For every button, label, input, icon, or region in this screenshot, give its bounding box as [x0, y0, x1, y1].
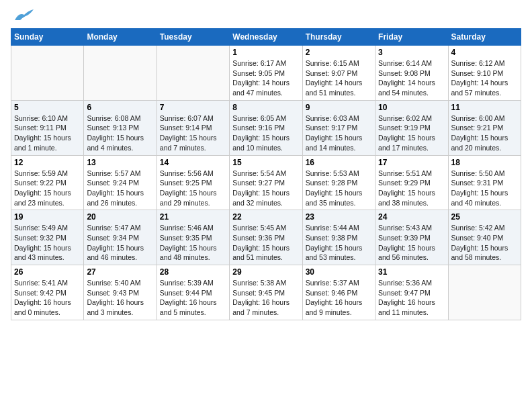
day-number: 31 [378, 267, 445, 277]
day-number: 4 [451, 48, 518, 57]
day-info: Sunrise: 5:45 AM Sunset: 9:36 PM Dayligh… [232, 223, 299, 263]
day-info: Sunrise: 6:07 AM Sunset: 9:14 PM Dayligh… [160, 113, 226, 153]
day-info: Sunrise: 6:02 AM Sunset: 9:19 PM Dayligh… [378, 113, 445, 153]
day-info: Sunrise: 5:43 AM Sunset: 9:39 PM Dayligh… [378, 223, 445, 263]
calendar-cell: 1Sunrise: 6:17 AM Sunset: 9:05 PM Daylig… [230, 46, 302, 101]
day-info: Sunrise: 5:54 AM Sunset: 9:27 PM Dayligh… [232, 169, 299, 208]
calendar-cell [448, 265, 521, 320]
day-number: 15 [232, 158, 299, 167]
day-info: Sunrise: 6:05 AM Sunset: 9:16 PM Dayligh… [232, 113, 299, 153]
calendar-week-row: 26Sunrise: 5:41 AM Sunset: 9:42 PM Dayli… [11, 265, 521, 320]
day-info: Sunrise: 5:44 AM Sunset: 9:38 PM Dayligh… [306, 223, 372, 263]
calendar-cell: 30Sunrise: 5:37 AM Sunset: 9:46 PM Dayli… [302, 265, 375, 320]
calendar-cell: 23Sunrise: 5:44 AM Sunset: 9:38 PM Dayli… [302, 210, 375, 265]
day-info: Sunrise: 5:41 AM Sunset: 9:42 PM Dayligh… [14, 278, 81, 318]
logo-bird-icon [13, 8, 35, 23]
calendar-cell: 13Sunrise: 5:57 AM Sunset: 9:24 PM Dayli… [84, 155, 157, 210]
day-number: 7 [160, 103, 226, 112]
weekday-header-tuesday: Tuesday [157, 29, 229, 46]
day-info: Sunrise: 5:37 AM Sunset: 9:46 PM Dayligh… [306, 278, 372, 318]
day-info: Sunrise: 5:38 AM Sunset: 9:45 PM Dayligh… [232, 278, 299, 318]
calendar-cell: 22Sunrise: 5:45 AM Sunset: 9:36 PM Dayli… [230, 210, 302, 265]
calendar-cell: 19Sunrise: 5:49 AM Sunset: 9:32 PM Dayli… [11, 210, 84, 265]
day-number: 17 [378, 158, 445, 167]
page-header [11, 11, 521, 23]
day-number: 27 [87, 267, 153, 277]
day-info: Sunrise: 6:15 AM Sunset: 9:07 PM Dayligh… [306, 58, 372, 98]
weekday-header-saturday: Saturday [448, 29, 521, 46]
calendar-cell: 25Sunrise: 5:42 AM Sunset: 9:40 PM Dayli… [448, 210, 521, 265]
calendar-cell: 15Sunrise: 5:54 AM Sunset: 9:27 PM Dayli… [230, 155, 302, 210]
calendar-cell: 12Sunrise: 5:59 AM Sunset: 9:22 PM Dayli… [11, 155, 84, 210]
day-info: Sunrise: 5:53 AM Sunset: 9:28 PM Dayligh… [306, 169, 372, 208]
calendar-cell: 14Sunrise: 5:56 AM Sunset: 9:25 PM Dayli… [157, 155, 229, 210]
day-number: 21 [160, 212, 226, 222]
day-info: Sunrise: 6:14 AM Sunset: 9:08 PM Dayligh… [378, 58, 445, 98]
day-info: Sunrise: 5:59 AM Sunset: 9:22 PM Dayligh… [14, 169, 81, 208]
calendar-cell: 10Sunrise: 6:02 AM Sunset: 9:19 PM Dayli… [375, 100, 448, 155]
calendar-cell: 17Sunrise: 5:51 AM Sunset: 9:29 PM Dayli… [375, 155, 448, 210]
calendar-cell: 26Sunrise: 5:41 AM Sunset: 9:42 PM Dayli… [11, 265, 84, 320]
calendar-cell: 27Sunrise: 5:40 AM Sunset: 9:43 PM Dayli… [84, 265, 157, 320]
calendar-cell: 18Sunrise: 5:50 AM Sunset: 9:31 PM Dayli… [448, 155, 521, 210]
day-number: 20 [87, 212, 153, 222]
calendar-cell: 29Sunrise: 5:38 AM Sunset: 9:45 PM Dayli… [230, 265, 302, 320]
day-number: 28 [160, 267, 226, 277]
day-info: Sunrise: 6:17 AM Sunset: 9:05 PM Dayligh… [232, 58, 299, 98]
day-number: 26 [14, 267, 81, 277]
calendar-header-row: SundayMondayTuesdayWednesdayThursdayFrid… [11, 29, 521, 46]
day-number: 25 [451, 212, 518, 222]
day-info: Sunrise: 5:49 AM Sunset: 9:32 PM Dayligh… [14, 223, 81, 263]
day-info: Sunrise: 6:12 AM Sunset: 9:10 PM Dayligh… [451, 58, 518, 98]
day-number: 18 [451, 158, 518, 167]
day-number: 11 [451, 103, 518, 112]
weekday-header-sunday: Sunday [11, 29, 84, 46]
calendar-cell: 5Sunrise: 6:10 AM Sunset: 9:11 PM Daylig… [11, 100, 84, 155]
day-number: 22 [232, 212, 299, 222]
day-info: Sunrise: 5:51 AM Sunset: 9:29 PM Dayligh… [378, 169, 445, 208]
calendar-cell: 21Sunrise: 5:46 AM Sunset: 9:35 PM Dayli… [157, 210, 229, 265]
calendar-week-row: 5Sunrise: 6:10 AM Sunset: 9:11 PM Daylig… [11, 100, 521, 155]
day-number: 6 [87, 103, 153, 112]
calendar-cell [157, 46, 229, 101]
day-info: Sunrise: 6:08 AM Sunset: 9:13 PM Dayligh… [87, 113, 153, 153]
day-info: Sunrise: 5:39 AM Sunset: 9:44 PM Dayligh… [160, 278, 226, 318]
calendar-cell: 20Sunrise: 5:47 AM Sunset: 9:34 PM Dayli… [84, 210, 157, 265]
calendar-week-row: 12Sunrise: 5:59 AM Sunset: 9:22 PM Dayli… [11, 155, 521, 210]
day-number: 29 [232, 267, 299, 277]
day-number: 19 [14, 212, 81, 222]
day-info: Sunrise: 5:57 AM Sunset: 9:24 PM Dayligh… [87, 169, 153, 208]
day-number: 23 [306, 212, 372, 222]
calendar-cell: 7Sunrise: 6:07 AM Sunset: 9:14 PM Daylig… [157, 100, 229, 155]
day-number: 16 [306, 158, 372, 167]
day-info: Sunrise: 6:10 AM Sunset: 9:11 PM Dayligh… [14, 113, 81, 153]
calendar-week-row: 1Sunrise: 6:17 AM Sunset: 9:05 PM Daylig… [11, 46, 521, 101]
day-info: Sunrise: 6:00 AM Sunset: 9:21 PM Dayligh… [451, 113, 518, 153]
weekday-header-thursday: Thursday [302, 29, 375, 46]
day-number: 13 [87, 158, 153, 167]
calendar-week-row: 19Sunrise: 5:49 AM Sunset: 9:32 PM Dayli… [11, 210, 521, 265]
weekday-header-wednesday: Wednesday [230, 29, 302, 46]
day-info: Sunrise: 5:47 AM Sunset: 9:34 PM Dayligh… [87, 223, 153, 263]
calendar-cell: 8Sunrise: 6:05 AM Sunset: 9:16 PM Daylig… [230, 100, 302, 155]
day-number: 8 [232, 103, 299, 112]
calendar-cell: 28Sunrise: 5:39 AM Sunset: 9:44 PM Dayli… [157, 265, 229, 320]
calendar-cell [11, 46, 84, 101]
calendar-cell: 3Sunrise: 6:14 AM Sunset: 9:08 PM Daylig… [375, 46, 448, 101]
calendar-cell: 4Sunrise: 6:12 AM Sunset: 9:10 PM Daylig… [448, 46, 521, 101]
calendar-cell: 16Sunrise: 5:53 AM Sunset: 9:28 PM Dayli… [302, 155, 375, 210]
day-info: Sunrise: 5:40 AM Sunset: 9:43 PM Dayligh… [87, 278, 153, 318]
day-info: Sunrise: 5:42 AM Sunset: 9:40 PM Dayligh… [451, 223, 518, 263]
day-number: 30 [306, 267, 372, 277]
weekday-header-monday: Monday [84, 29, 157, 46]
calendar-cell: 6Sunrise: 6:08 AM Sunset: 9:13 PM Daylig… [84, 100, 157, 155]
calendar-cell: 31Sunrise: 5:36 AM Sunset: 9:47 PM Dayli… [375, 265, 448, 320]
day-number: 5 [14, 103, 81, 112]
day-info: Sunrise: 5:46 AM Sunset: 9:35 PM Dayligh… [160, 223, 226, 263]
weekday-header-friday: Friday [375, 29, 448, 46]
calendar-table: SundayMondayTuesdayWednesdayThursdayFrid… [11, 28, 521, 320]
calendar-cell: 9Sunrise: 6:03 AM Sunset: 9:17 PM Daylig… [302, 100, 375, 155]
day-number: 3 [378, 48, 445, 57]
day-info: Sunrise: 5:56 AM Sunset: 9:25 PM Dayligh… [160, 169, 226, 208]
calendar-cell: 2Sunrise: 6:15 AM Sunset: 9:07 PM Daylig… [302, 46, 375, 101]
